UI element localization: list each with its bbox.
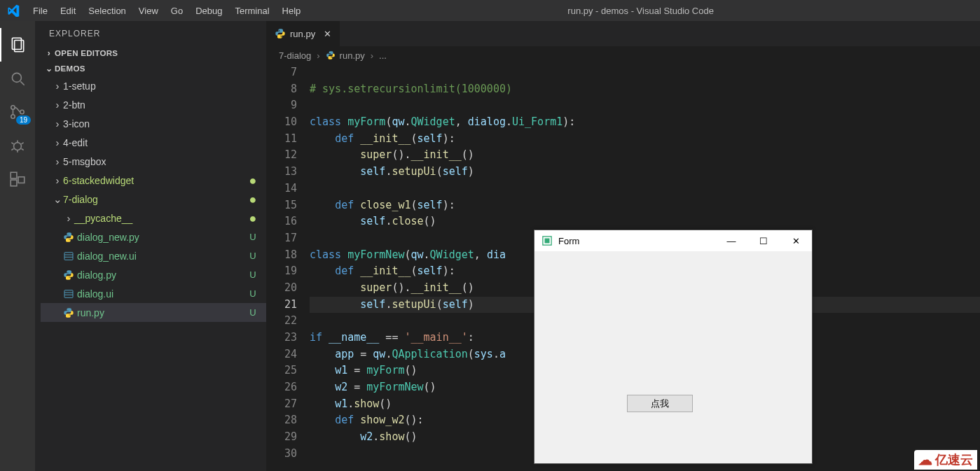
breadcrumb-tail[interactable]: ... — [379, 50, 387, 61]
chevron-icon: › — [52, 136, 63, 148]
open-editors-header[interactable]: › OPEN EDITORS — [41, 45, 266, 61]
code-line[interactable]: def close_w1(self): — [310, 197, 980, 214]
menu-view[interactable]: View — [132, 6, 165, 16]
modified-dot-icon: ● — [247, 177, 259, 184]
svg-line-3 — [20, 81, 24, 85]
svg-rect-9 — [11, 180, 17, 186]
chevron-right-icon: › — [43, 48, 55, 58]
menu-file[interactable]: File — [27, 6, 54, 16]
ui-file-icon — [63, 251, 77, 262]
code-line[interactable]: self.close() — [310, 213, 980, 230]
activity-search-icon[interactable] — [0, 62, 35, 95]
modified-dot-icon: ● — [247, 196, 259, 203]
close-icon[interactable]: ✕ — [324, 29, 331, 39]
qt-window-icon — [540, 234, 554, 248]
breadcrumb-file[interactable]: run.py — [340, 50, 365, 61]
breadcrumb-folder[interactable]: 7-dialog — [279, 50, 311, 61]
folder-1-setup[interactable]: ›1-setup — [41, 76, 266, 95]
qt-form-window[interactable]: Form — ☐ ✕ 点我 — [534, 230, 813, 464]
chevron-right-icon: › — [315, 50, 321, 61]
file-dialog_new-py[interactable]: dialog_new.pyU — [41, 227, 266, 246]
qt-form-body: 点我 — [534, 251, 812, 463]
title-bar: FileEditSelectionViewGoDebugTerminalHelp… — [0, 0, 980, 21]
svg-rect-14 — [64, 290, 73, 297]
sidebar-explorer: EXPLORER › OPEN EDITORS ⌄ DEMOS ›1-setup… — [35, 21, 266, 471]
cloud-icon: ☁ — [918, 451, 932, 468]
ui-file-icon — [63, 288, 77, 300]
scm-status-badge: U — [247, 307, 259, 318]
activity-debug-icon[interactable] — [0, 129, 35, 162]
code-line[interactable]: def __init__(self): — [310, 131, 980, 148]
svg-rect-18 — [545, 239, 550, 244]
code-line[interactable] — [310, 64, 980, 81]
folder-5-msgbox[interactable]: ›5-msgbox — [41, 152, 266, 171]
folder-3-icon[interactable]: ›3-icon — [41, 114, 266, 133]
chevron-icon: › — [52, 118, 63, 129]
scm-status-badge: U — [247, 269, 259, 280]
python-file-icon — [63, 307, 77, 318]
file-run-py[interactable]: run.pyU — [41, 303, 266, 322]
minimize-icon[interactable]: — — [715, 230, 747, 251]
menu-help[interactable]: Help — [276, 6, 308, 16]
folder-2-btn[interactable]: ›2-btn — [41, 95, 266, 114]
menu-debug[interactable]: Debug — [189, 6, 228, 16]
file-dialog-py[interactable]: dialog.pyU — [41, 265, 266, 284]
chevron-right-icon: › — [369, 50, 375, 61]
chevron-icon: › — [52, 80, 63, 92]
chevron-icon: › — [52, 99, 63, 111]
close-icon[interactable]: ✕ — [780, 230, 812, 251]
python-file-icon — [63, 269, 77, 281]
line-number-gutter: 7891011121314151617181920212223242526272… — [266, 64, 310, 471]
menu-edit[interactable]: Edit — [54, 6, 82, 16]
folder-6-stackedwidget[interactable]: ›6-stackedwidget● — [41, 171, 266, 190]
activity-extensions-icon[interactable] — [0, 162, 35, 196]
chevron-icon: › — [52, 155, 63, 167]
code-line[interactable]: class myForm(qw.QWidget, dialog.Ui_Form1… — [310, 114, 980, 131]
menu-selection[interactable]: Selection — [82, 6, 132, 16]
maximize-icon[interactable]: ☐ — [747, 230, 780, 251]
menu-bar: FileEditSelectionViewGoDebugTerminalHelp — [27, 6, 307, 16]
qt-push-button[interactable]: 点我 — [627, 395, 693, 412]
chevron-icon: › — [52, 174, 63, 186]
code-line[interactable] — [310, 181, 980, 197]
svg-rect-11 — [64, 252, 73, 260]
watermark: ☁ 亿速云 — [914, 450, 977, 470]
python-file-icon — [275, 28, 286, 39]
svg-rect-10 — [18, 177, 25, 183]
chevron-icon: › — [63, 212, 74, 224]
editor-tabs: run.py ✕ — [266, 21, 980, 46]
window-title: run.py - demos - Visual Studio Code — [307, 6, 974, 16]
workspace-header[interactable]: ⌄ DEMOS — [41, 61, 266, 76]
activity-bar: 19 — [0, 21, 35, 471]
activity-scm-icon[interactable]: 19 — [0, 95, 35, 129]
folder-4-edit[interactable]: ›4-edit — [41, 133, 266, 152]
svg-rect-8 — [11, 172, 17, 178]
modified-dot-icon: ● — [247, 215, 259, 222]
tab-label: run.py — [290, 29, 315, 39]
breadcrumb[interactable]: 7-dialog › run.py › ... — [266, 46, 980, 64]
scm-status-badge: U — [247, 288, 259, 299]
code-line[interactable]: super().__init__() — [310, 147, 980, 164]
scm-badge: 19 — [16, 115, 31, 125]
python-file-icon — [326, 50, 336, 60]
vscode-logo-icon — [6, 3, 21, 18]
code-line[interactable]: # sys.setrecursionlimit(1000000) — [310, 81, 980, 98]
svg-point-5 — [11, 115, 15, 118]
sidebar-title: EXPLORER — [35, 21, 266, 45]
file-dialog-ui[interactable]: dialog.uiU — [41, 284, 266, 303]
code-line[interactable] — [310, 97, 980, 114]
tab-run-py[interactable]: run.py ✕ — [266, 21, 340, 46]
folder-__pycache__[interactable]: ›__pycache__● — [41, 209, 266, 227]
activity-explorer-icon[interactable] — [0, 28, 35, 62]
menu-go[interactable]: Go — [165, 6, 189, 16]
chevron-icon: ⌄ — [52, 193, 63, 206]
svg-point-7 — [14, 143, 22, 150]
menu-terminal[interactable]: Terminal — [228, 6, 275, 16]
qt-title-bar[interactable]: Form — ☐ ✕ — [534, 230, 812, 251]
chevron-down-icon: ⌄ — [43, 64, 55, 73]
file-dialog_new-ui[interactable]: dialog_new.uiU — [41, 246, 266, 265]
svg-point-6 — [20, 110, 24, 113]
folder-7-dialog[interactable]: ⌄7-dialog● — [41, 190, 266, 209]
code-line[interactable]: self.setupUi(self) — [310, 164, 980, 181]
qt-window-title: Form — [558, 236, 715, 246]
